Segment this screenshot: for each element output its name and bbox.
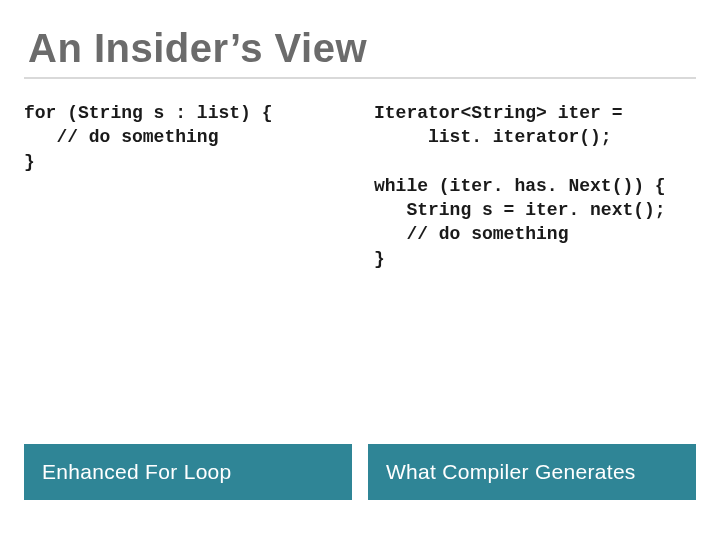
compiler-generated-code: Iterator<String> iter = list. iterator()… (374, 101, 696, 271)
slide: An Insider’s View for (String s : list) … (0, 0, 720, 540)
left-label-box: Enhanced For Loop (24, 444, 352, 500)
right-label-box: What Compiler Generates (368, 444, 696, 500)
slide-title: An Insider’s View (28, 26, 696, 71)
left-column: for (String s : list) { // do something … (24, 101, 346, 271)
right-label-text: What Compiler Generates (386, 460, 636, 483)
enhanced-for-code: for (String s : list) { // do something … (24, 101, 346, 174)
right-column: Iterator<String> iter = list. iterator()… (374, 101, 696, 271)
label-row: Enhanced For Loop What Compiler Generate… (24, 444, 696, 500)
left-label-text: Enhanced For Loop (42, 460, 232, 483)
title-rule (24, 77, 696, 79)
code-columns: for (String s : list) { // do something … (24, 101, 696, 271)
